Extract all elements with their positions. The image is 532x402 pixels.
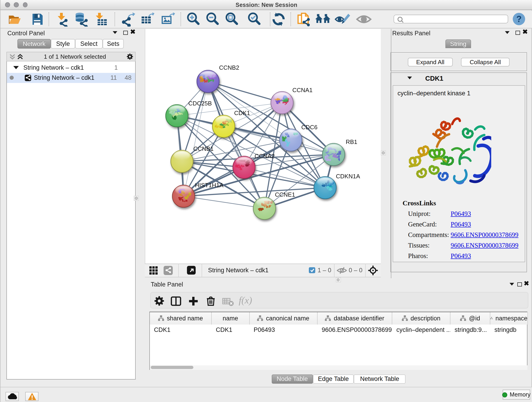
svg-text:HIST1H1A: HIST1H1A <box>195 182 224 188</box>
svg-text:CCNB2: CCNB2 <box>219 64 239 71</box>
svg-text:CDK1: CDK1 <box>234 109 250 116</box>
svg-text:CDC25B: CDC25B <box>188 100 212 107</box>
svg-text:CCNB1: CCNB1 <box>193 145 214 152</box>
svg-text:RB1: RB1 <box>346 138 357 145</box>
svg-text:CCNE1: CCNE1 <box>275 191 295 198</box>
svg-text:CCNA2: CCNA2 <box>254 153 275 159</box>
svg-text:CCNA1: CCNA1 <box>292 86 312 93</box>
svg-text:CDC6: CDC6 <box>301 123 317 130</box>
svg-text:?: ? <box>516 14 521 24</box>
svg-text:CDKN1A: CDKN1A <box>336 172 360 179</box>
